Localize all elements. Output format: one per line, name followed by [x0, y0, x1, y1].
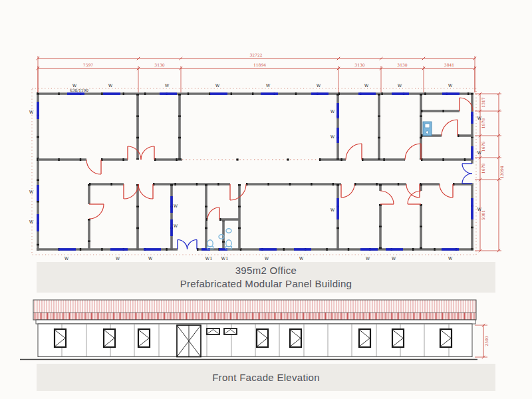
- svg-text:W: W: [266, 83, 271, 88]
- plan-caption-band: 395m2 Office Prefabricated Modular Panel…: [37, 262, 495, 293]
- svg-text:W: W: [398, 83, 402, 88]
- svg-text:W: W: [392, 256, 396, 261]
- svg-text:W: W: [366, 256, 370, 261]
- svg-text:32722: 32722: [249, 53, 262, 57]
- svg-text:W: W: [174, 203, 178, 209]
- svg-text:W: W: [215, 83, 220, 88]
- svg-text:630/1190: 630/1190: [70, 88, 88, 92]
- drawing-sheet: 3272275973130118943130313038411317187816…: [0, 0, 532, 399]
- svg-text:W: W: [331, 207, 335, 213]
- elevation-entrance-door: [177, 325, 201, 357]
- svg-text:3130: 3130: [397, 63, 407, 67]
- svg-text:W: W: [116, 256, 120, 261]
- elevation-caption: Front Facade Elevation: [212, 371, 320, 384]
- svg-text:W: W: [148, 256, 153, 261]
- svg-text:W: W: [477, 207, 482, 212]
- elevation-height-dimension: 2500: [475, 324, 489, 358]
- svg-text:W: W: [477, 116, 482, 121]
- svg-text:1678: 1678: [481, 164, 485, 174]
- svg-text:11894: 11894: [253, 63, 266, 67]
- elevation-wall: [20, 324, 477, 360]
- corridor-dotted-line: [182, 158, 319, 160]
- elevation-roof: [33, 300, 476, 324]
- svg-text:7597: 7597: [83, 63, 93, 67]
- plan-windows: [38, 94, 472, 249]
- plan-walls: [37, 93, 473, 251]
- svg-text:W: W: [448, 256, 453, 261]
- svg-text:1317: 1317: [481, 97, 485, 107]
- window-markers: WWWWWWWWW630/1190WWWW1W1WWWWWWWWWWWWWWWW: [29, 83, 482, 261]
- svg-text:W1: W1: [205, 256, 213, 261]
- svg-text:12094: 12094: [499, 166, 504, 178]
- svg-text:W: W: [65, 256, 69, 261]
- svg-text:2500: 2500: [484, 336, 489, 346]
- plan-caption-line1: 395m2 Office: [235, 264, 297, 277]
- svg-text:W: W: [29, 110, 34, 115]
- svg-text:W: W: [72, 83, 77, 88]
- svg-text:W: W: [29, 190, 34, 195]
- svg-text:W: W: [165, 83, 170, 88]
- svg-text:W: W: [108, 83, 113, 88]
- svg-text:3130: 3130: [354, 63, 364, 67]
- svg-text:W: W: [364, 83, 369, 88]
- svg-text:W: W: [174, 223, 178, 229]
- plan-doors: [86, 98, 473, 249]
- svg-text:W: W: [317, 83, 321, 88]
- svg-text:3841: 3841: [444, 63, 454, 67]
- svg-text:W: W: [448, 83, 453, 88]
- svg-text:W: W: [29, 219, 34, 225]
- svg-text:W: W: [477, 150, 482, 156]
- svg-text:W: W: [331, 134, 335, 140]
- plan-caption-line2: Prefabricated Modular Panel Building: [180, 277, 352, 291]
- plan-outline-dotted: [32, 88, 476, 255]
- svg-text:W: W: [299, 256, 304, 261]
- svg-text:W: W: [265, 256, 269, 261]
- architectural-drawing: 3272275973130118943130313038411317187816…: [0, 0, 532, 399]
- svg-text:W1: W1: [221, 256, 229, 261]
- dimension-lines: 3272275973130118943130313038411317187816…: [37, 53, 504, 252]
- svg-text:W: W: [331, 109, 335, 114]
- svg-text:3130: 3130: [154, 63, 164, 67]
- elevation-caption-band: Front Facade Elevation: [37, 364, 495, 391]
